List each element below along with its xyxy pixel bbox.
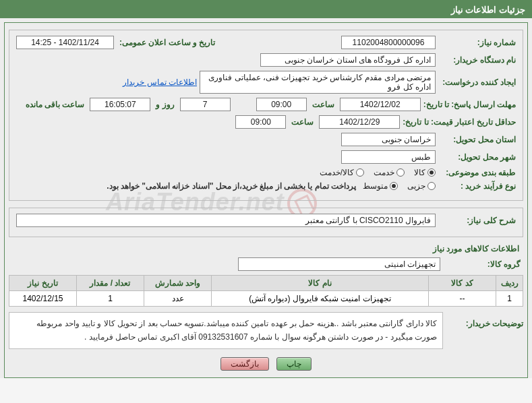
category-radio-set: کالا خدمت کالا/خدمت xyxy=(320,168,436,177)
buyer-contact-link[interactable]: اطلاعات تماس خریدار xyxy=(123,78,197,87)
radio-icon xyxy=(356,168,364,177)
reply-deadline-time: 09:00 xyxy=(256,98,307,111)
back-button[interactable]: بازگشت xyxy=(220,357,269,371)
buyer-org-label: نام دستگاه خریدار: xyxy=(438,55,516,65)
price-validity-label: حداقل تاریخ اعتبار قیمت: تا تاریخ: xyxy=(403,117,516,127)
reply-time-label: ساعت xyxy=(309,100,337,109)
buy-process-radio-minor[interactable]: جزیی xyxy=(407,181,436,191)
price-validity-date: 1402/12/29 xyxy=(319,115,400,129)
buy-process-radio-medium[interactable]: متوسط xyxy=(363,181,398,191)
goods-table: ردیف کد کالا نام کالا واحد شمارش تعداد /… xyxy=(9,275,523,307)
reply-remaining-label: ساعت باقی مانده xyxy=(23,100,88,109)
th-idx: ردیف xyxy=(496,276,523,291)
reply-days-label: روز و xyxy=(153,100,177,109)
goods-group-value: تجهیزات امنیتی xyxy=(238,257,440,271)
requester-value: مرتضی مرادی مقدم کارشناس خرید تجهیزات فن… xyxy=(200,71,436,94)
panel-title: جزئیات اطلاعات نیاز xyxy=(0,1,532,18)
buy-process-note: پرداخت تمام یا بخشی از مبلغ خرید،از محل … xyxy=(107,181,360,191)
th-name: نام کالا xyxy=(212,276,429,291)
radio-icon xyxy=(396,168,405,177)
category-radio-service[interactable]: خدمت xyxy=(374,168,405,177)
radio-icon xyxy=(427,182,436,190)
goods-section-title: اطلاعات کالاهای مورد نیاز xyxy=(9,244,519,253)
table-row: 1 -- تجهیزات امنیت شبکه فایروال (دیواره … xyxy=(9,291,523,307)
general-info-fieldset: شماره نیاز: 1102004800000096 تاریخ و ساع… xyxy=(9,30,523,201)
delivery-province-value: خراسان جنوبی xyxy=(341,133,436,146)
cell-qty: 1 xyxy=(77,291,144,307)
buy-process-radio-set: جزیی متوسط xyxy=(363,181,436,191)
th-date: تاریخ نیاز xyxy=(9,276,77,291)
print-button[interactable]: چاپ xyxy=(276,357,312,371)
goods-group-label: گروه کالا: xyxy=(443,259,521,269)
reply-remaining-time: 16:05:07 xyxy=(90,98,150,111)
announce-datetime-value: 1402/11/24 - 14:25 xyxy=(16,36,114,49)
category-label: طبقه بندی موضوعی: xyxy=(438,168,516,177)
buy-process-label: نوع فرآیند خرید : xyxy=(438,181,516,191)
cell-idx: 1 xyxy=(496,291,523,307)
reply-deadline-label: مهلت ارسال پاسخ: تا تاریخ: xyxy=(423,100,516,109)
overview-fieldset: شرح کلی نیاز: فایروال CISCO2110 با گاران… xyxy=(9,208,523,237)
delivery-province-label: استان محل تحویل: xyxy=(438,135,516,144)
requester-label: ایجاد کننده درخواست: xyxy=(438,78,516,87)
th-unit: واحد شمارش xyxy=(144,276,212,291)
th-qty: تعداد / مقدار xyxy=(77,276,144,291)
buyer-org-value: اداره کل فرودگاه های استان خراسان جنوبی xyxy=(260,53,436,67)
category-radio-both[interactable]: کالا/خدمت xyxy=(320,168,364,177)
price-validity-time-label: ساعت xyxy=(289,117,316,127)
need-number-label: شماره نیاز: xyxy=(438,38,516,47)
cell-date: 1402/12/15 xyxy=(9,291,77,307)
reply-deadline-date: 1402/12/02 xyxy=(340,98,421,111)
category-radio-goods[interactable]: کالا xyxy=(414,168,436,177)
th-code: کد کالا xyxy=(429,276,496,291)
overview-label: شرح کلی نیاز: xyxy=(438,216,516,225)
buyer-notes-value: کالا دارای گارانتی معتبر باشد ..هزینه حم… xyxy=(9,312,443,349)
buyer-notes-label: توضیحات خریدار: xyxy=(446,312,523,328)
radio-icon xyxy=(427,168,436,177)
cell-name: تجهیزات امنیت شبکه فایروال (دیواره آتش) xyxy=(212,291,429,307)
radio-icon xyxy=(390,182,398,190)
overview-value: فایروال CISCO2110 با گارانتی معتبر xyxy=(16,214,436,227)
reply-deadline-days: 7 xyxy=(180,98,231,111)
price-validity-time: 09:00 xyxy=(235,115,286,129)
delivery-city-label: شهر محل تحویل: xyxy=(438,152,516,162)
cell-unit: عدد xyxy=(144,291,212,307)
announce-datetime-label: تاریخ و ساعت اعلان عمومی: xyxy=(117,38,218,47)
need-number-value: 1102004800000096 xyxy=(341,36,436,49)
delivery-city-value: طبس xyxy=(341,150,436,164)
cell-code: -- xyxy=(429,291,496,307)
